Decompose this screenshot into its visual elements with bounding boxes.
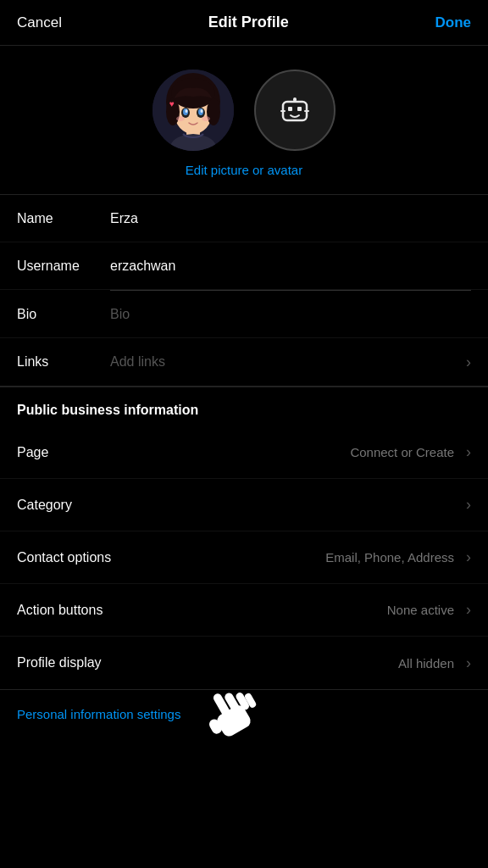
public-business-header: Public business information — [0, 387, 488, 426]
form-section: Name Username Bio Links Add links › — [0, 195, 488, 387]
bio-input[interactable] — [110, 307, 471, 322]
links-chevron-icon: › — [466, 353, 471, 371]
svg-point-6 — [207, 98, 220, 125]
username-label: Username — [17, 259, 110, 274]
svg-text:♥: ♥ — [169, 99, 175, 108]
category-chevron-icon: › — [466, 496, 471, 514]
username-input[interactable] — [110, 259, 471, 274]
name-label: Name — [17, 211, 110, 226]
done-button[interactable]: Done — [435, 14, 472, 31]
bio-label: Bio — [17, 307, 110, 322]
cancel-button[interactable]: Cancel — [17, 14, 62, 31]
avatar-icon-button[interactable] — [254, 70, 336, 151]
action-buttons-value: None active — [387, 603, 454, 617]
page-label: Page — [17, 445, 350, 460]
page-title: Edit Profile — [208, 14, 289, 31]
avatar-icon — [276, 92, 313, 129]
name-field-row: Name — [0, 195, 488, 242]
svg-point-12 — [201, 109, 203, 113]
category-row[interactable]: Category › — [0, 479, 488, 531]
svg-rect-19 — [293, 97, 297, 102]
svg-rect-18 — [297, 107, 302, 111]
links-field-row[interactable]: Links Add links › — [0, 338, 488, 386]
bio-field-row: Bio — [0, 291, 488, 338]
category-label: Category — [17, 498, 461, 513]
links-label: Links — [17, 354, 110, 370]
public-business-section: Public business information Page Connect… — [0, 387, 488, 689]
profile-display-value: All hidden — [398, 656, 454, 670]
links-placeholder: Add links — [110, 354, 461, 370]
name-input[interactable] — [110, 211, 471, 226]
svg-point-14 — [202, 116, 210, 121]
action-buttons-label: Action buttons — [17, 603, 387, 618]
profile-display-row[interactable]: Profile display All hidden › — [0, 637, 488, 689]
page-row[interactable]: Page Connect or Create › — [0, 426, 488, 479]
header: Cancel Edit Profile Done — [0, 0, 488, 46]
contact-value: Email, Phone, Address — [325, 550, 454, 565]
contact-options-row[interactable]: Contact options Email, Phone, Address › — [0, 531, 488, 584]
profile-display-chevron-icon: › — [466, 654, 471, 672]
contact-chevron-icon: › — [466, 548, 471, 566]
username-field-row: Username — [0, 242, 488, 290]
action-buttons-row[interactable]: Action buttons None active › — [0, 584, 488, 637]
profile-display-label: Profile display — [17, 655, 398, 670]
profile-picture[interactable]: ♥ — [152, 70, 234, 151]
page-value: Connect or Create — [350, 445, 454, 459]
svg-rect-17 — [288, 107, 292, 111]
edit-picture-link[interactable]: Edit picture or avatar — [186, 163, 302, 177]
page-chevron-icon: › — [466, 443, 471, 461]
svg-point-13 — [176, 116, 185, 121]
personal-info-link[interactable]: Personal information settings — [17, 707, 180, 721]
avatar-row: ♥ — [152, 70, 336, 151]
personal-info-section: Personal information settings — [0, 689, 488, 739]
avatar-section: ♥ Edit picture or avatar — [0, 46, 488, 195]
svg-point-11 — [186, 109, 188, 113]
contact-label: Contact options — [17, 550, 325, 565]
action-buttons-chevron-icon: › — [466, 601, 471, 619]
